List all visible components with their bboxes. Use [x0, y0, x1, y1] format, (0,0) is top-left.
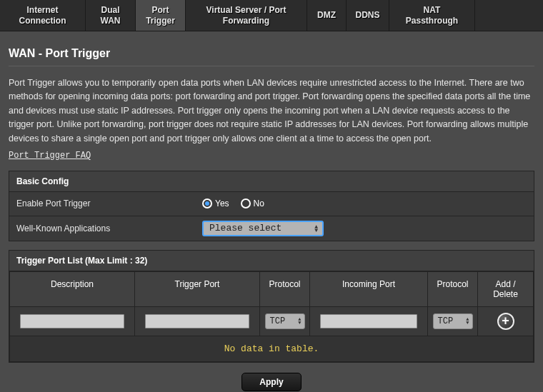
trigger-port-list-header: Trigger Port List (Max Limit : 32): [9, 251, 534, 271]
radio-no-label: No: [254, 198, 264, 208]
trigger-port-table: Description Trigger Port Protocol Incomi…: [9, 271, 534, 362]
trigger-protocol-select[interactable]: TCP ▲▼: [265, 313, 305, 329]
chevron-updown-icon: ▲▼: [466, 318, 469, 325]
table-empty-message: No data in table.: [10, 336, 533, 361]
row-well-known-apps: Well-Known Applications Please select ▲▼: [9, 216, 534, 241]
radio-no[interactable]: [241, 198, 251, 208]
tab-dual-wan[interactable]: Dual WAN: [86, 0, 136, 31]
col-add-delete: Add / Delete: [478, 272, 533, 307]
incoming-protocol-select[interactable]: TCP ▲▼: [433, 313, 473, 329]
tab-port-trigger[interactable]: Port Trigger: [136, 0, 186, 31]
basic-config-header: Basic Config: [9, 171, 534, 192]
col-protocol-1: Protocol: [260, 272, 310, 307]
enable-port-trigger-control: Yes No: [195, 194, 534, 213]
enable-port-trigger-label: Enable Port Trigger: [9, 193, 195, 214]
page-title: WAN - Port Trigger: [9, 47, 534, 60]
radio-yes[interactable]: [202, 198, 212, 208]
divider: [9, 66, 534, 66]
tab-nat-passthrough[interactable]: NAT Passthrough: [389, 0, 475, 31]
trigger-port-list-panel: Trigger Port List (Max Limit : 32) Descr…: [9, 250, 534, 363]
chevron-updown-icon: ▲▼: [314, 225, 318, 232]
row-enable-port-trigger: Enable Port Trigger Yes No: [9, 192, 534, 216]
table-row: TCP ▲▼ TCP ▲▼ +: [10, 307, 533, 336]
trigger-port-input[interactable]: [145, 314, 249, 328]
tab-virtual-server[interactable]: Virtual Server / Port Forwarding: [186, 0, 307, 31]
col-incoming-port: Incoming Port: [310, 272, 428, 307]
well-known-apps-label: Well-Known Applications: [9, 218, 195, 239]
description-input[interactable]: [20, 314, 124, 328]
col-description: Description: [10, 272, 135, 307]
table-header-row: Description Trigger Port Protocol Incomi…: [10, 272, 533, 307]
col-trigger-port: Trigger Port: [135, 272, 260, 307]
content: WAN - Port Trigger Port Trigger allows y…: [0, 31, 543, 392]
add-button[interactable]: +: [497, 313, 514, 330]
apply-button[interactable]: Apply: [241, 373, 302, 391]
page-description: Port Trigger allows you to temporarily o…: [9, 76, 534, 146]
well-known-apps-select[interactable]: Please select ▲▼: [202, 221, 324, 236]
top-tabs: Internet Connection Dual WAN Port Trigge…: [0, 0, 543, 31]
incoming-protocol-value: TCP: [438, 316, 454, 326]
radio-yes-label: Yes: [215, 198, 229, 208]
faq-link[interactable]: Port Trigger FAQ: [9, 151, 91, 161]
col-protocol-2: Protocol: [428, 272, 478, 307]
plus-icon: +: [502, 313, 509, 328]
tab-ddns[interactable]: DDNS: [347, 0, 389, 31]
tab-internet-connection[interactable]: Internet Connection: [0, 0, 86, 31]
incoming-port-input[interactable]: [320, 314, 418, 328]
well-known-apps-value: Please select: [209, 223, 282, 233]
basic-config-panel: Basic Config Enable Port Trigger Yes No …: [9, 171, 534, 241]
tab-dmz[interactable]: DMZ: [307, 0, 347, 31]
chevron-updown-icon: ▲▼: [298, 318, 301, 325]
apply-row: Apply: [9, 373, 534, 391]
trigger-protocol-value: TCP: [270, 316, 286, 326]
